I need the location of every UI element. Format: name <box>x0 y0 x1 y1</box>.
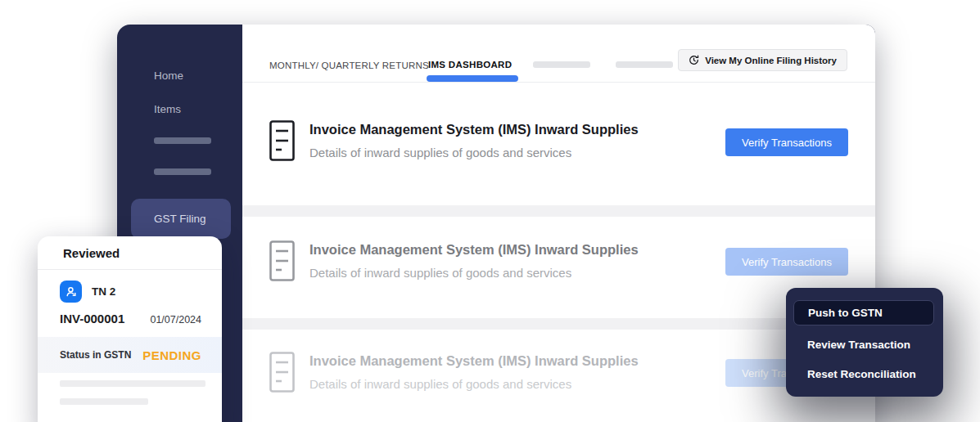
card-skeleton-bar <box>60 398 148 405</box>
sidebar-skeleton-bar <box>154 168 211 175</box>
invoice-date: 01/07/2024 <box>150 314 201 325</box>
contact-avatar <box>60 281 82 303</box>
header-divider <box>242 82 875 83</box>
ims-card-title: Invoice Management System (IMS) Inward S… <box>309 122 639 137</box>
transaction-context-menu: Push to GSTN Review Transaction Reset Re… <box>786 288 943 397</box>
sidebar-skeleton-bar <box>154 137 211 144</box>
main-panel: MONTHLY/ QUARTERLY RETURNS IMS DASHBOARD… <box>242 25 875 422</box>
tab-monthly-quarterly-returns[interactable]: MONTHLY/ QUARTERLY RETURNS <box>269 61 429 70</box>
verify-transactions-button[interactable]: Verify Transactions <box>725 128 848 156</box>
contact-name: TN 2 <box>92 285 115 298</box>
ims-card-subtitle: Details of inward supplies of goods and … <box>309 146 571 159</box>
menu-item-review-transaction[interactable]: Review Transaction <box>807 339 910 351</box>
status-badge: PENDING <box>142 348 201 362</box>
tab-ims-dashboard[interactable]: IMS DASHBOARD <box>428 60 512 70</box>
sidebar-item-gst-filing[interactable]: GST Filing <box>131 199 231 239</box>
card-header: Reviewed <box>38 236 222 270</box>
sidebar-item-items[interactable]: Items <box>154 103 181 115</box>
tab-skeleton-bar <box>533 61 590 68</box>
invoice-document-icon <box>269 352 295 396</box>
ims-card-title: Invoice Management System (IMS) Inward S… <box>309 242 639 258</box>
history-button-label: View My Online Filing History <box>705 56 837 65</box>
card-header-title: Reviewed <box>38 246 120 260</box>
verify-transactions-button[interactable]: Verify Transactions <box>725 248 848 276</box>
reviewed-invoice-card: Reviewed TN 2 INV-000001 01/07/2024 Stat… <box>38 236 222 422</box>
card-skeleton-bar <box>60 380 205 387</box>
status-label: Status in GSTN <box>60 349 131 361</box>
ims-card-subtitle: Details of inward supplies of goods and … <box>309 377 571 391</box>
row-divider-strip <box>242 205 875 217</box>
sidebar-item-home[interactable]: Home <box>154 70 183 82</box>
invoice-document-icon <box>269 240 295 285</box>
row-divider-strip <box>242 318 875 330</box>
status-row: Status in GSTN PENDING <box>38 337 222 373</box>
user-icon <box>65 285 78 299</box>
tab-skeleton-bar <box>616 61 673 68</box>
ims-card-title: Invoice Management System (IMS) Inward S… <box>309 353 639 369</box>
active-tab-underline <box>427 75 518 82</box>
menu-item-reset-reconciliation[interactable]: Reset Reconciliation <box>807 368 916 380</box>
view-filing-history-button[interactable]: View My Online Filing History <box>678 49 847 71</box>
ims-card-subtitle: Details of inward supplies of goods and … <box>309 266 571 280</box>
invoice-number: INV-000001 <box>60 312 124 325</box>
sidebar-item-label: GST Filing <box>131 213 206 225</box>
history-refresh-icon <box>689 55 699 65</box>
invoice-row: INV-000001 01/07/2024 <box>60 312 201 325</box>
invoice-document-icon <box>269 120 295 164</box>
menu-item-push-to-gstn[interactable]: Push to GSTN <box>793 300 934 325</box>
